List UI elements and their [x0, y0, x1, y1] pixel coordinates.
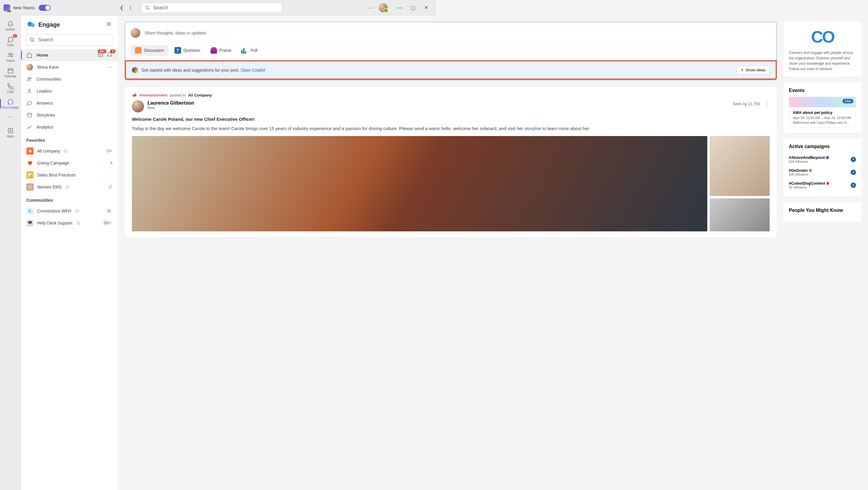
close-button[interactable]: ✕	[420, 3, 433, 12]
compose-card: Share thoughts, ideas or updates Discuss…	[125, 22, 436, 80]
copilot-icon	[132, 67, 138, 73]
main-area: Share thoughts, ideas or updates Discuss…	[118, 15, 436, 245]
rail-viva-engage[interactable]: Viva Engage	[1, 96, 20, 111]
chat-badge: 1	[13, 34, 17, 38]
favorite-sales-best-practices[interactable]: 📊 Sales Best Practices	[21, 169, 118, 181]
svg-point-25	[66, 186, 69, 189]
nav-home[interactable]: Home 20+ 3	[21, 49, 118, 61]
more-button[interactable]: ⋯	[368, 4, 373, 11]
svg-line-1	[148, 8, 149, 9]
rail-teams[interactable]: Teams	[1, 49, 20, 65]
svg-point-19	[28, 77, 29, 79]
svg-point-26	[75, 209, 79, 213]
praise-icon	[211, 47, 217, 54]
inbox-icon[interactable]: 20+	[97, 52, 103, 59]
search-placeholder: Search	[153, 5, 168, 10]
more-icon[interactable]: ⋯	[107, 64, 113, 70]
tab-praise[interactable]: Praise	[206, 45, 236, 56]
app-rail: Activity 1 Chat Teams Calendar Calls Viv…	[0, 15, 21, 245]
favorite-all-company[interactable]: ✱ All company 20+	[21, 145, 118, 157]
nav-answers[interactable]: Answers	[21, 97, 118, 109]
app-name: New Teams	[13, 5, 35, 10]
question-icon: ?	[175, 47, 181, 54]
engage-panel: Engage Search Home 20+ 3 Mona Kane ⋯ Com…	[21, 15, 118, 245]
svg-point-16	[30, 38, 34, 41]
communities-heading: Communities	[21, 193, 118, 205]
rail-calls[interactable]: Calls	[1, 80, 20, 96]
post-image-grid[interactable]	[132, 136, 436, 231]
copilot-banner: Get started with ideas and suggestions f…	[125, 60, 436, 80]
svg-rect-4	[8, 69, 13, 73]
forward-button[interactable]: ❯	[128, 5, 132, 10]
tab-poll[interactable]: Poll	[237, 45, 261, 56]
title-bar: New Teams ❮ ❯ Search ⋯ — ▢ ✕	[0, 0, 436, 15]
poll-icon	[241, 47, 248, 54]
favorite-giving-campaign[interactable]: ❤️ Giving Campaign 8	[21, 157, 118, 169]
verified-icon	[65, 185, 69, 189]
svg-rect-27	[77, 223, 79, 224]
svg-point-20	[30, 77, 31, 79]
new-teams-toggle[interactable]	[39, 5, 51, 11]
announcement-icon: 📣	[132, 93, 137, 97]
hamburger-icon[interactable]	[106, 21, 112, 28]
verified-icon	[75, 209, 79, 213]
post-title: Welcome Carole Poland, our new Chief Exe…	[132, 117, 436, 122]
engage-search-input[interactable]: Search	[26, 34, 113, 45]
author-avatar[interactable]	[132, 100, 144, 112]
nav-leaders[interactable]: Leaders	[21, 85, 118, 97]
post-image[interactable]	[132, 136, 436, 231]
svg-point-21	[29, 89, 30, 91]
svg-point-3	[11, 53, 12, 55]
rail-chat[interactable]: 1 Chat	[1, 34, 20, 49]
post-card: 📣 Announcement posted in All Company Lau…	[125, 87, 436, 237]
discussion-icon	[135, 47, 142, 54]
author-name[interactable]: Laurence Gilbertson	[148, 100, 194, 106]
tab-discussion[interactable]: Discussion	[131, 45, 168, 56]
favorites-heading: Favorites	[21, 133, 118, 145]
notifications-icon[interactable]: 3	[106, 52, 113, 59]
avatar-icon	[131, 28, 140, 38]
svg-rect-22	[27, 113, 31, 117]
rail-activity[interactable]: Activity	[1, 18, 20, 34]
teams-app-icon	[4, 4, 10, 11]
global-search-input[interactable]: Search	[141, 3, 282, 13]
tab-question[interactable]: ? Question	[170, 45, 205, 56]
open-copilot-link[interactable]: Open Copilot	[241, 68, 265, 72]
svg-point-2	[9, 53, 10, 55]
lock-icon	[76, 221, 80, 225]
rail-more[interactable]: ⋯	[1, 111, 20, 122]
svg-point-24	[64, 150, 67, 153]
engage-title: Engage	[38, 21, 60, 28]
announcement-label: Announcement	[139, 93, 167, 97]
back-button[interactable]: ❮	[120, 5, 124, 10]
nav-user-mona[interactable]: Mona Kane ⋯	[21, 61, 118, 73]
svg-point-0	[146, 6, 148, 9]
engage-logo-icon	[27, 21, 35, 29]
community-connections-wfh[interactable]: C Connections WFH 6	[21, 205, 118, 217]
svg-point-12	[31, 23, 35, 27]
post-body: Today is the day we welcome Carole to th…	[132, 125, 436, 132]
svg-line-17	[33, 40, 34, 42]
rail-apps[interactable]: Apps	[1, 125, 20, 140]
avatar-icon	[26, 64, 33, 70]
rail-calendar[interactable]: Calendar	[1, 65, 20, 80]
favorite-women-erg[interactable]: Women ERG 17	[21, 181, 118, 193]
compose-input[interactable]: Share thoughts, ideas or updates	[131, 26, 436, 42]
profile-avatar[interactable]	[379, 3, 388, 12]
maximize-button[interactable]: ▢	[406, 3, 420, 12]
post-community-link[interactable]: All Company	[188, 93, 212, 97]
nav-storylines[interactable]: Storylines	[21, 109, 118, 121]
nav-analytics[interactable]: Analytics	[21, 121, 118, 133]
verified-icon	[64, 149, 68, 153]
minimize-button[interactable]: —	[393, 3, 406, 12]
post-time: Now	[148, 106, 194, 110]
svg-rect-18	[98, 53, 103, 57]
nav-communities[interactable]: Communities	[21, 73, 118, 85]
community-help-desk[interactable]: 🖥️ Help Desk Support 20+	[21, 217, 118, 229]
